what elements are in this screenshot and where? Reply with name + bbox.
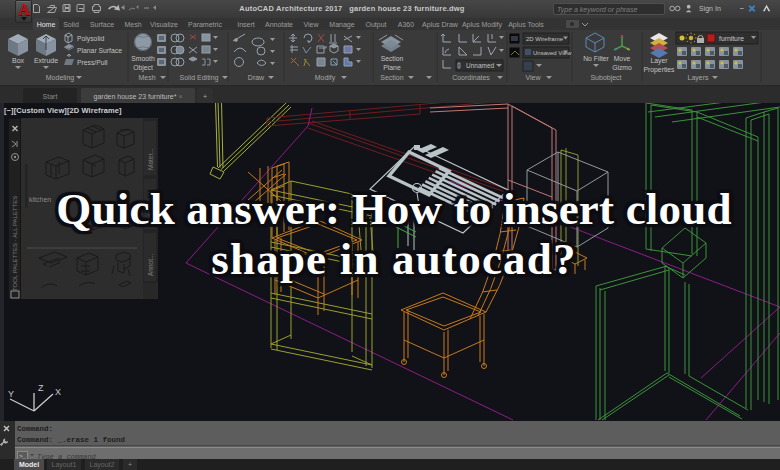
svg-text:Section: Section bbox=[381, 55, 404, 62]
svg-text:2D Wireframe: 2D Wireframe bbox=[526, 36, 564, 42]
svg-text:Layers: Layers bbox=[687, 74, 709, 82]
svg-text:Mater...: Mater... bbox=[147, 148, 154, 170]
svg-text:Object: Object bbox=[133, 64, 153, 72]
svg-text:Properties: Properties bbox=[644, 66, 676, 74]
svg-text:Subobject: Subobject bbox=[590, 74, 621, 82]
svg-text:Box: Box bbox=[12, 57, 25, 64]
svg-text:furniture: furniture bbox=[719, 35, 744, 42]
svg-text:Planar Surface: Planar Surface bbox=[77, 47, 122, 54]
svg-text:Solid Editing: Solid Editing bbox=[180, 74, 219, 82]
svg-text:Section: Section bbox=[380, 74, 403, 81]
svg-text:Modify: Modify bbox=[315, 74, 336, 82]
svg-text:Y: Y bbox=[8, 389, 14, 399]
svg-text:Polysolid: Polysolid bbox=[77, 35, 104, 43]
svg-text:Z: Z bbox=[38, 383, 44, 393]
svg-text:View: View bbox=[525, 74, 541, 81]
svg-text:Extrude: Extrude bbox=[34, 57, 58, 64]
svg-text:Unnamed: Unnamed bbox=[466, 62, 495, 69]
svg-text:No Filter: No Filter bbox=[583, 55, 609, 62]
svg-text:Smooth: Smooth bbox=[131, 55, 155, 62]
svg-text:Draw: Draw bbox=[248, 74, 265, 81]
svg-text:Plane: Plane bbox=[383, 64, 401, 71]
svg-text:X: X bbox=[55, 387, 61, 397]
svg-text:Layer: Layer bbox=[650, 57, 668, 65]
svg-text:Move: Move bbox=[614, 55, 631, 62]
svg-text:Gizmo: Gizmo bbox=[612, 64, 632, 71]
svg-text:Mesh: Mesh bbox=[138, 74, 155, 81]
svg-text:Press/Pull: Press/Pull bbox=[77, 59, 108, 66]
svg-text:Coordinates: Coordinates bbox=[452, 74, 490, 81]
svg-text:Modeling: Modeling bbox=[46, 74, 75, 82]
